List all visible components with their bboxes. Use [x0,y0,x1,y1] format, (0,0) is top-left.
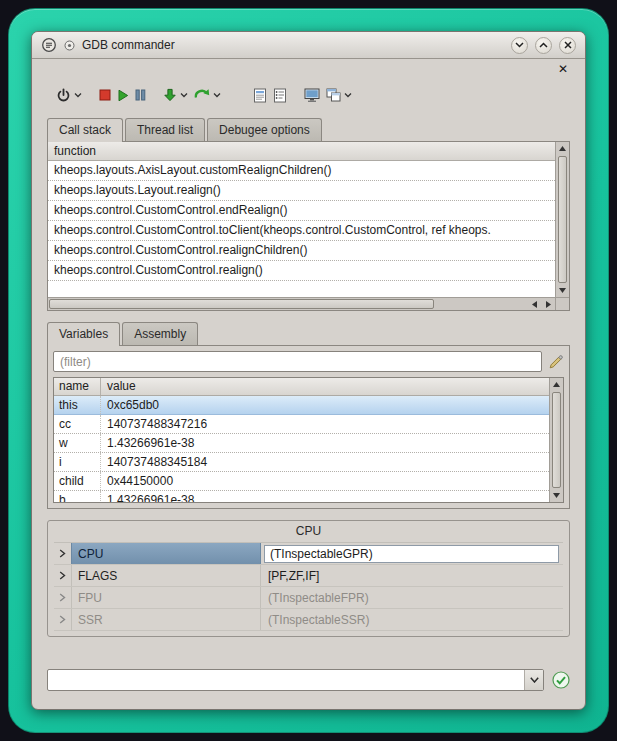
scroll-down-icon[interactable] [550,489,563,502]
tab-assembly[interactable]: Assembly [122,322,198,345]
scrollbar-corner [555,297,569,310]
call-stack-row[interactable]: kheops.layouts.AxisLayout.customRealignC… [48,161,555,181]
dock-close-button[interactable]: ✕ [556,62,570,76]
cpu-row[interactable]: SSR (TInspectableSSR) [54,609,563,631]
command-input[interactable] [48,670,524,690]
scrollbar-thumb[interactable] [49,299,434,309]
expander-icon[interactable] [54,565,71,586]
arrow-down-icon [163,88,177,102]
stop-button[interactable] [96,83,114,107]
target-screen-button[interactable] [301,83,323,107]
cpu-row[interactable]: FLAGS [PF,ZF,IF] [54,565,563,587]
register-group-name[interactable]: FLAGS [71,565,261,586]
cpu-inspector: CPU (TInspectableGPR) FLAGS [PF,ZF,IF] F… [54,542,563,631]
app-icon [41,37,57,53]
column-header-name[interactable]: name [54,378,101,395]
maximize-button[interactable] [535,37,552,54]
pause-button[interactable] [132,83,149,107]
run-button[interactable] [114,83,132,107]
show-source-button[interactable] [250,83,270,107]
step-into-button[interactable] [160,83,191,107]
scroll-right-icon[interactable] [541,298,555,310]
scroll-up-icon[interactable] [556,142,569,155]
filter-input[interactable] [53,351,542,372]
variable-name: this [54,396,101,414]
titlebar[interactable]: GDB commander [32,32,585,59]
window-badge-icon [64,40,75,51]
variable-row[interactable]: w 1.43266961e-38 [54,434,549,453]
variables-table: name value this 0xc65db0 cc 140737488347… [53,377,564,503]
register-group-value[interactable]: (TInspectableGPR) [264,545,559,563]
expander-icon[interactable] [54,609,71,630]
debug-toolbar [53,81,570,109]
scroll-up-icon[interactable] [550,378,563,391]
vertical-scrollbar[interactable] [555,142,569,297]
register-group-name[interactable]: FPU [71,587,261,608]
variable-row[interactable]: b 1.43266961e-38 [54,491,549,503]
call-stack-row[interactable]: kheops.layouts.Layout.realign() [48,181,555,201]
tab-thread-list[interactable]: Thread list [125,118,205,141]
variable-name: w [54,434,101,452]
variable-name: cc [54,415,101,433]
power-button[interactable] [53,83,85,107]
show-output-button[interactable] [270,83,290,107]
tab-debugee-options[interactable]: Debugee options [207,118,322,141]
confirm-button[interactable] [552,671,570,689]
evaluate-button[interactable] [323,83,355,107]
play-icon [117,89,129,102]
call-stack-list: kheops.layouts.AxisLayout.customRealignC… [48,161,555,297]
variable-name: child [54,472,101,490]
cpu-row[interactable]: CPU (TInspectableGPR) [54,543,563,565]
scrollbar-thumb[interactable] [558,156,567,283]
variables-panel: name value this 0xc65db0 cc 140737488347… [47,345,570,509]
close-button[interactable] [559,37,576,54]
vertical-scrollbar[interactable] [549,378,563,502]
gdb-commander-window: GDB commander ✕ [31,31,586,710]
decorative-frame: GDB commander ✕ [8,8,609,733]
scroll-down-icon[interactable] [556,284,569,297]
call-stack-row[interactable]: kheops.control.CustomControl.realignChil… [48,241,555,261]
combo-dropdown-button[interactable] [524,670,543,690]
variable-name: b [54,491,101,503]
pause-icon [135,89,146,101]
scrollbar-trough[interactable] [435,298,527,310]
call-stack-row[interactable]: kheops.control.CustomControl.endRealign(… [48,201,555,221]
scroll-left-icon[interactable] [527,298,541,310]
chevron-down-icon [344,92,352,98]
variable-value: 140737488345184 [101,453,549,471]
tab-call-stack[interactable]: Call stack [47,118,123,142]
tab-variables[interactable]: Variables [47,322,120,346]
register-group-value[interactable]: (TInspectableFPR) [261,591,563,605]
chevron-down-icon [515,42,524,48]
call-stack-row[interactable]: kheops.control.CustomControl.realign() [48,261,555,281]
call-stack-row[interactable]: kheops.control.CustomControl.toClient(kh… [48,221,555,241]
register-group-value[interactable]: [PF,ZF,IF] [261,569,563,583]
monitor-icon [304,88,320,103]
minimize-button[interactable] [511,37,528,54]
cpu-row[interactable]: FPU (TInspectableFPR) [54,587,563,609]
check-icon [552,671,570,689]
cpu-group: CPU CPU (TInspectableGPR) FLAGS [PF,ZF,I… [47,520,570,637]
chevron-up-icon [539,42,548,48]
cpu-group-title: CPU [54,524,563,538]
chevron-down-icon [74,92,82,98]
variable-row[interactable]: i 140737488345184 [54,453,549,472]
pen-icon[interactable] [548,354,564,370]
command-combobox[interactable] [47,669,544,691]
expander-icon[interactable] [54,587,71,608]
horizontal-scrollbar[interactable] [48,297,555,310]
call-stack-column-header[interactable]: function [48,142,555,161]
register-group-name[interactable]: CPU [71,543,261,564]
expander-icon[interactable] [54,543,71,564]
register-group-name[interactable]: SSR [71,609,261,630]
register-group-value[interactable]: (TInspectableSSR) [261,613,563,627]
variable-row[interactable]: this 0xc65db0 [54,396,549,415]
column-header-value[interactable]: value [101,378,549,395]
step-over-button[interactable] [191,83,224,107]
variable-row[interactable]: child 0x44150000 [54,472,549,491]
scrollbar-thumb[interactable] [552,392,561,488]
variable-name: i [54,453,101,471]
variable-value: 1.43266961e-38 [101,434,549,452]
variable-row[interactable]: cc 140737488347216 [54,415,549,434]
window-body: ✕ [32,59,585,709]
